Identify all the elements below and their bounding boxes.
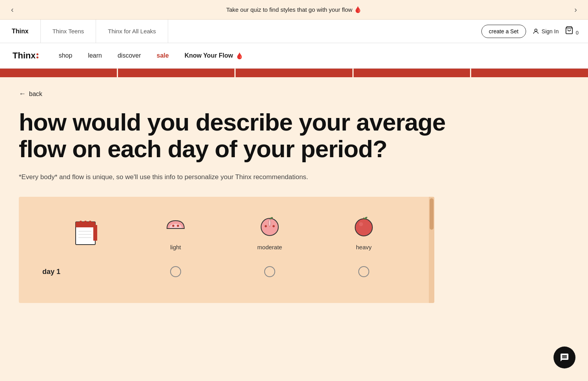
light-label: light <box>170 244 181 250</box>
progress-segment-1 <box>0 69 117 77</box>
heavy-column: heavy <box>317 212 411 250</box>
brand-nav-all-leaks[interactable]: Thinx for All Leaks <box>96 20 168 43</box>
brand-nav-thinx[interactable]: Thinx <box>0 20 41 43</box>
heavy-flow-icon <box>351 214 377 239</box>
next-announcement-button[interactable]: › <box>571 2 580 17</box>
create-set-button[interactable]: create a Set <box>481 25 526 38</box>
progress-segment-5 <box>471 69 588 77</box>
nav-learn[interactable]: learn <box>80 49 110 62</box>
cart-button[interactable]: 0 <box>565 26 579 36</box>
brand-nav: Thinx Thinx Teens Thinx for All Leaks cr… <box>0 20 588 43</box>
back-arrow-icon: ← <box>19 90 26 98</box>
light-icon-container <box>162 212 189 240</box>
back-label: back <box>29 91 42 98</box>
user-icon <box>532 28 539 35</box>
calendar-icon-wrapper <box>42 217 129 250</box>
moderate-flow-icon <box>257 214 283 239</box>
moderate-icon-container <box>256 212 283 240</box>
light-column: light <box>129 212 223 250</box>
day-1-light-radio-container <box>129 266 223 277</box>
day-1-moderate-radio[interactable] <box>264 266 275 277</box>
scrollbar-thumb[interactable] <box>430 198 434 230</box>
logo[interactable]: Thinx <box>13 51 38 61</box>
svg-point-8 <box>80 221 82 223</box>
brand-nav-teens[interactable]: Thinx Teens <box>41 20 96 43</box>
svg-point-17 <box>355 219 372 236</box>
cart-count: 0 <box>576 30 579 36</box>
moderate-column: moderate <box>223 212 317 250</box>
day-1-label: day 1 <box>42 268 60 276</box>
flow-header-row: light <box>42 212 411 250</box>
main-nav: Thinx shop learn discover sale Know Your… <box>0 43 588 69</box>
svg-point-18 <box>359 222 363 226</box>
nav-sale[interactable]: sale <box>149 49 177 62</box>
know-your-flow-drop-icon: 🩸 <box>236 52 243 60</box>
nav-shop[interactable]: shop <box>51 49 80 62</box>
svg-point-16 <box>272 225 274 227</box>
day-1-light-radio[interactable] <box>170 266 181 277</box>
heavy-label: heavy <box>356 244 372 250</box>
day-1-heavy-radio-container <box>317 266 411 277</box>
moderate-label: moderate <box>257 244 282 250</box>
announcement-bar: ‹ Take our quiz to find styles that go w… <box>0 0 588 20</box>
chat-icon <box>560 353 569 362</box>
announcement-text: Take our quiz to find styles that go wit… <box>226 6 362 13</box>
progress-segment-4 <box>354 69 470 77</box>
day-1-heavy-radio[interactable] <box>358 266 369 277</box>
day-1-row: day 1 <box>42 260 411 283</box>
quiz-title: how would you describe your average flow… <box>19 109 450 162</box>
sign-in-button[interactable]: Sign In <box>532 28 559 35</box>
chat-button[interactable] <box>554 347 575 368</box>
calendar-icon <box>70 217 101 250</box>
svg-point-11 <box>172 225 174 227</box>
prev-announcement-button[interactable]: ‹ <box>8 2 17 17</box>
svg-point-10 <box>89 221 91 223</box>
heavy-icon-container <box>350 212 377 240</box>
svg-point-9 <box>84 221 87 223</box>
announcement-message: Take our quiz to find styles that go wit… <box>226 6 352 13</box>
svg-point-12 <box>177 225 179 227</box>
logo-colon-icon <box>36 53 38 58</box>
nav-discover[interactable]: discover <box>110 49 149 62</box>
progress-bars <box>0 69 588 77</box>
quiz-subtitle: *Every body* and flow is unique, so we'l… <box>19 173 332 181</box>
main-nav-links: shop learn discover sale Know Your Flow … <box>51 49 251 63</box>
nav-know-your-flow[interactable]: Know Your Flow 🩸 <box>177 49 251 63</box>
day-1-moderate-radio-container <box>223 266 317 277</box>
svg-rect-7 <box>93 225 97 241</box>
light-flow-icon <box>163 214 189 239</box>
scrollbar-track[interactable] <box>429 197 434 303</box>
flow-card: light <box>19 197 434 303</box>
svg-point-15 <box>265 225 267 227</box>
shopping-bag-icon <box>565 26 573 34</box>
day-1-label-container: day 1 <box>42 268 129 276</box>
back-link[interactable]: ← back <box>19 90 42 98</box>
progress-segment-2 <box>118 69 235 77</box>
main-content: ← back how would you describe your avera… <box>0 77 588 322</box>
brand-nav-actions: create a Set Sign In 0 <box>472 20 588 43</box>
progress-segment-3 <box>236 69 352 77</box>
blood-drop-icon: 🩸 <box>354 6 362 13</box>
svg-point-0 <box>535 29 537 31</box>
